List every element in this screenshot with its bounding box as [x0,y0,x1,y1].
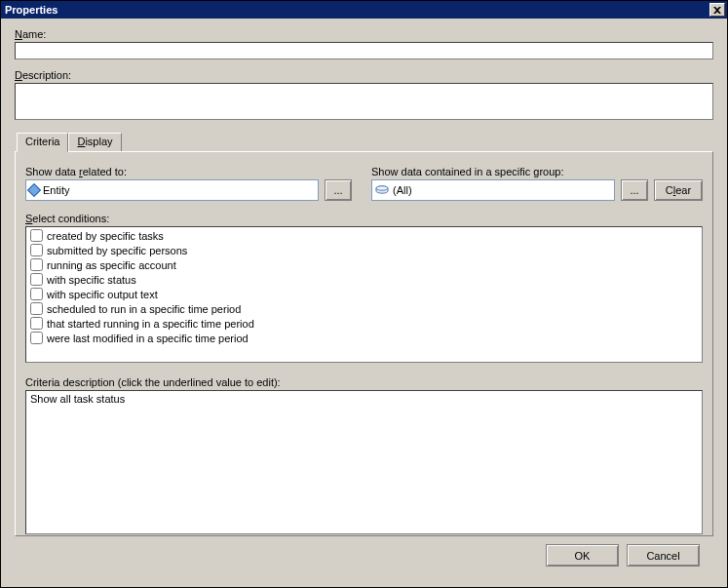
clear-button[interactable]: Clear [654,179,703,201]
show-group-label: Show data contained in a specific group: [371,166,703,177]
condition-label: with specific status [47,274,136,286]
criteria-description-text: Show all task status [30,393,125,405]
condition-checkbox[interactable] [30,288,43,300]
condition-item[interactable]: submitted by specific persons [28,243,700,257]
condition-label: that started running in a specific time … [47,318,254,330]
cancel-button[interactable]: Cancel [627,544,700,567]
group-icon [375,185,389,195]
name-input[interactable] [15,42,713,59]
condition-item[interactable]: scheduled to run in a specific time peri… [28,301,700,316]
condition-label: scheduled to run in a specific time peri… [47,303,241,315]
related-combo[interactable]: Entity [25,179,319,201]
name-label: Name: [15,28,713,40]
condition-item[interactable]: with specific status [28,272,700,287]
titlebar: Properties [1,1,727,19]
select-conditions-label: Select conditions: [25,213,703,224]
tab-panel-criteria: Show data related to: Entity ... Show da… [15,151,713,536]
conditions-list[interactable]: created by specific taskssubmitted by sp… [25,226,703,363]
condition-label: created by specific tasks [47,230,164,242]
show-related-label: Show data related to: [25,166,352,177]
condition-checkbox[interactable] [30,258,43,271]
related-browse-button[interactable]: ... [325,179,352,201]
tab-criteria[interactable]: Criteria [17,133,68,152]
criteria-description-label: Criteria description (click the underlin… [25,376,703,388]
description-label: Description: [15,69,713,81]
condition-checkbox[interactable] [30,332,43,344]
condition-item[interactable]: created by specific tasks [28,228,700,243]
entity-icon [27,183,41,197]
related-combo-value: Entity [43,184,70,196]
condition-checkbox[interactable] [30,317,43,330]
criteria-description-area[interactable]: Show all task status [25,390,703,534]
condition-item[interactable]: were last modified in a specific time pe… [28,331,700,345]
svg-point-1 [376,186,388,190]
condition-label: submitted by specific persons [47,245,187,256]
close-icon [713,7,721,14]
group-combo-value: (All) [393,184,412,196]
group-browse-button[interactable]: ... [621,179,648,201]
condition-item[interactable]: with specific output text [28,287,700,301]
tab-row: Criteria Display [17,132,713,151]
condition-item[interactable]: running as specific account [28,257,700,272]
close-button[interactable] [709,3,725,17]
condition-checkbox[interactable] [30,244,43,256]
description-input[interactable] [15,83,713,120]
titlebar-title: Properties [3,4,57,16]
condition-label: running as specific account [47,259,176,271]
group-combo[interactable]: (All) [371,179,615,201]
condition-label: with specific output text [47,289,158,300]
tab-display[interactable]: Display [68,133,121,151]
condition-checkbox[interactable] [30,273,43,286]
condition-label: were last modified in a specific time pe… [47,333,249,344]
ok-button[interactable]: OK [546,544,619,567]
condition-item[interactable]: that started running in a specific time … [28,316,700,331]
condition-checkbox[interactable] [30,302,43,315]
condition-checkbox[interactable] [30,229,43,242]
